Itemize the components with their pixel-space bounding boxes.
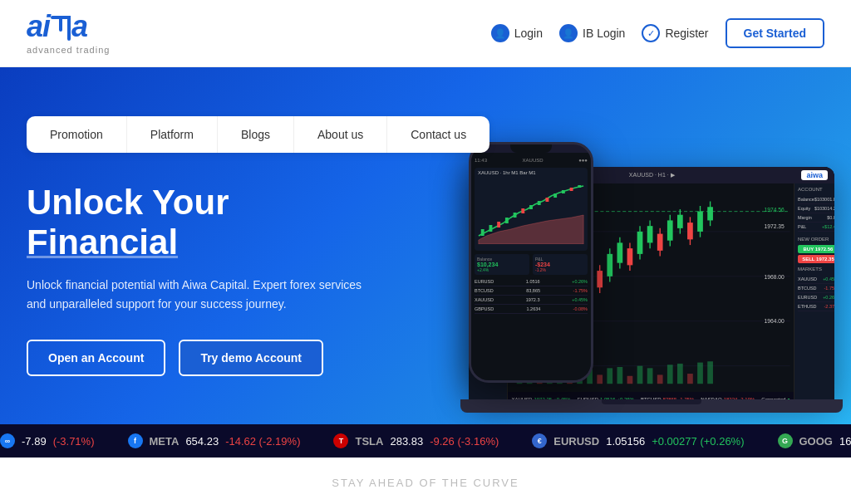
eur-icon: € [532, 433, 547, 448]
ticker-track: ∞ -7.89 (-3.71%) f META 654.23 -14.62 (-… [0, 433, 851, 448]
buy-button[interactable]: BUY 1972.56 [798, 245, 834, 253]
get-started-button[interactable]: Get Started [726, 18, 824, 48]
register-button[interactable]: ✓ Register [642, 24, 708, 42]
footer-teaser-text: STAY AHEAD OF THE CURVE [332, 477, 519, 489]
laptop-base-notch [602, 399, 701, 404]
market-row-2: BTCUSD-1.75% [798, 284, 834, 293]
site-header: aia advanced trading 👤 Login 👤 IB Login … [0, 0, 851, 67]
nav-about-us[interactable]: About us [294, 116, 387, 153]
svg-rect-75 [637, 366, 643, 384]
order-label: New Order [798, 237, 834, 242]
svg-text:1964.00: 1964.00 [765, 319, 785, 325]
login-button[interactable]: 👤 Login [491, 24, 543, 42]
market-row-1: XAUUSD+0.45% [798, 275, 834, 284]
hero-subtitle: Unlock financial potential with Aiwa Cap… [27, 276, 376, 313]
svg-rect-7 [529, 205, 533, 209]
account-balance-row: Balance $103001.81 [798, 195, 834, 204]
open-account-button[interactable]: Open an Account [27, 340, 165, 376]
logo-text: aia [27, 12, 110, 43]
svg-rect-71 [598, 375, 603, 384]
footer-teaser: STAY AHEAD OF THE CURVE [0, 458, 851, 504]
phone-notch [510, 144, 552, 153]
ticker-entry-eurusd: € EURUSD 1.05156 +0.00277 (+0.26%) [532, 433, 744, 448]
laptop-right-panel: ACCOUNT Balance $103001.81 Equity $10301… [794, 183, 834, 399]
svg-rect-74 [627, 376, 633, 384]
logo-subtitle: advanced trading [27, 45, 110, 55]
svg-rect-8 [538, 201, 541, 205]
try-demo-button[interactable]: Try demo Account [179, 340, 323, 376]
svg-rect-79 [677, 364, 683, 384]
meta-icon: f [128, 433, 143, 448]
nav-contact-us[interactable]: Contact us [387, 116, 489, 153]
account-pnl-row: P&L +$12.41 [798, 223, 834, 232]
ticker-entry-meta: f META 654.23 -14.62 (-2.19%) [128, 433, 301, 448]
svg-rect-81 [698, 363, 704, 384]
new-order-section: New Order BUY 1972.56 SELL 1972.35 [798, 237, 834, 263]
svg-rect-6 [521, 208, 524, 213]
market-label: MARKETS [798, 267, 834, 272]
sell-button[interactable]: SELL 1972.35 [798, 255, 834, 263]
device-mockups: 11:43 XAUUSD ●●● XAUUSD · 1hr M1 Bar M1 [516, 67, 851, 424]
hero-section: Promotion Platform Blogs About us Contac… [0, 67, 851, 424]
tsla-icon: T [333, 433, 348, 448]
svg-rect-13 [578, 185, 581, 188]
market-row-4: ETHUSD-2.37% [798, 302, 834, 311]
svg-text:1968.00: 1968.00 [765, 274, 785, 280]
market-row-3: EURUSD+0.26% [798, 293, 834, 302]
nav-promotion[interactable]: Promotion [27, 116, 127, 153]
market-list-section: MARKETS XAUUSD+0.45% BTCUSD-1.75% EURUSD… [798, 267, 834, 311]
svg-rect-72 [608, 369, 613, 384]
svg-rect-10 [553, 193, 557, 198]
account-margin-row: Margin $0.00 [798, 213, 834, 223]
goog-icon: G [778, 433, 793, 448]
main-navigation: Promotion Platform Blogs About us Contac… [27, 116, 489, 153]
account-equity-row: Equity $103014.22 [798, 204, 834, 213]
ticker-entry-goog: G GOOG 168.32 -4.08 (-2.37%) [778, 433, 852, 448]
check-icon: ✓ [642, 24, 660, 42]
laptop-brand: aiwa [801, 170, 828, 180]
svg-rect-12 [570, 188, 573, 191]
svg-text:1972.35: 1972.35 [765, 223, 785, 229]
nav-blogs[interactable]: Blogs [218, 116, 294, 153]
svg-rect-77 [657, 375, 663, 384]
account-label: ACCOUNT [798, 187, 834, 192]
ib-login-button[interactable]: 👤 IB Login [559, 24, 625, 42]
ib-user-icon: 👤 [559, 24, 578, 42]
inf-icon: ∞ [0, 433, 15, 448]
ticker-entry-tsla: T TSLA 283.83 -9.26 (-3.16%) [333, 433, 499, 448]
user-icon: 👤 [491, 24, 509, 42]
hero-title: Unlock Your Financial [27, 183, 489, 263]
phone-data-card-2: P&L -$234 -1.2% [533, 254, 588, 275]
laptop-ticker: XAUUSD 1972.35 +0.45% EURUSD 1.0516 +0.2… [508, 392, 794, 399]
nav-platform[interactable]: Platform [127, 116, 218, 153]
svg-rect-73 [617, 367, 623, 384]
hero-cta-buttons: Open an Account Try demo Account [27, 340, 489, 376]
market-ticker-strip: ∞ -7.89 (-3.71%) f META 654.23 -14.62 (-… [0, 424, 851, 458]
laptop-base [460, 399, 843, 413]
ticker-entry-1: ∞ -7.89 (-3.71%) [0, 433, 95, 448]
logo: aia advanced trading [27, 12, 110, 55]
svg-rect-11 [562, 190, 565, 193]
svg-rect-82 [708, 362, 714, 384]
svg-rect-78 [667, 365, 673, 384]
svg-rect-76 [647, 369, 653, 384]
svg-rect-9 [545, 198, 548, 202]
header-navigation: 👤 Login 👤 IB Login ✓ Register Get Starte… [491, 18, 824, 48]
svg-rect-80 [687, 374, 693, 384]
hero-content: Promotion Platform Blogs About us Contac… [0, 83, 516, 409]
